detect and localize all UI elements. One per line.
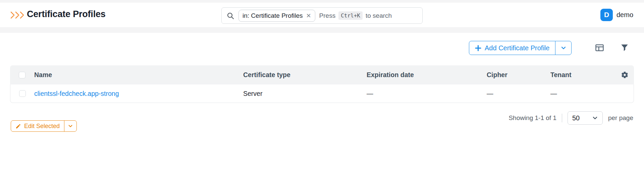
profile-name-link[interactable]: clientssl-fedcheck.app-strong <box>34 90 119 97</box>
row-select-cell <box>10 90 34 97</box>
triple-chevron-logo-icon <box>10 11 25 20</box>
cell-expiration-date: — <box>367 90 487 98</box>
certificate-profiles-table: Name Certificate type Expiration date Ci… <box>10 65 634 103</box>
select-all-checkbox[interactable] <box>19 72 25 78</box>
add-certificate-profile-action[interactable]: Add Certificate Profile <box>469 41 555 55</box>
add-certificate-profile-label: Add Certificate Profile <box>485 44 549 52</box>
pagination-divider <box>562 114 562 122</box>
per-page-label: per page <box>608 114 633 122</box>
user-menu[interactable]: D demo <box>600 8 633 22</box>
plus-icon <box>475 45 481 51</box>
table-row: clientssl-fedcheck.app-strong Server — —… <box>10 84 634 103</box>
ctrl-k-shortcut-badge: Ctrl+K <box>338 11 363 20</box>
search-scope-chip[interactable]: in: Certificate Profiles ✕ <box>238 10 315 22</box>
column-settings-button[interactable] <box>621 71 634 79</box>
filter-button[interactable] <box>620 43 629 52</box>
select-all-cell <box>10 72 34 78</box>
filter-funnel-icon <box>620 43 629 52</box>
table-header-row: Name Certificate type Expiration date Ci… <box>10 65 634 84</box>
search-hint: Press Ctrl+K to search <box>319 11 392 20</box>
column-header-tenant: Tenant <box>550 71 621 79</box>
cell-cipher: — <box>487 90 550 98</box>
avatar[interactable]: D <box>600 9 613 21</box>
column-header-certificate-type: Certificate type <box>243 71 367 79</box>
add-certificate-profile-button: Add Certificate Profile <box>469 41 572 55</box>
column-header-expiration-date: Expiration date <box>367 71 487 79</box>
chevron-down-icon <box>560 45 567 51</box>
add-button-dropdown-toggle[interactable] <box>555 41 571 55</box>
cell-tenant: — <box>550 90 621 98</box>
cell-certificate-type: Server <box>243 90 367 98</box>
edit-selected-label: Edit Selected <box>24 123 60 130</box>
page-size-select[interactable]: 50 <box>568 111 603 125</box>
edit-button-dropdown-toggle[interactable] <box>64 121 76 131</box>
search-scope-chip-label: in: Certificate Profiles <box>243 12 303 19</box>
chip-remove-icon[interactable]: ✕ <box>306 13 311 19</box>
chevron-down-icon <box>68 123 73 129</box>
pagination: Showing 1-1 of 1 50 per page <box>508 111 633 125</box>
search-hint-prefix: Press <box>319 12 336 19</box>
search-icon <box>226 12 234 20</box>
user-name: demo <box>616 11 633 19</box>
table-layout-button[interactable] <box>595 43 604 52</box>
row-checkbox[interactable] <box>19 90 26 97</box>
page-size-value: 50 <box>572 114 580 122</box>
table-layout-icon <box>595 43 604 52</box>
edit-selected-action[interactable]: Edit Selected <box>11 121 64 131</box>
column-header-name: Name <box>34 71 243 79</box>
showing-range-text: Showing 1-1 of 1 <box>508 114 556 122</box>
cell-name: clientssl-fedcheck.app-strong <box>34 90 243 98</box>
pencil-icon <box>15 123 21 129</box>
chevron-down-icon <box>592 115 598 121</box>
gear-icon <box>621 71 629 79</box>
global-search-input[interactable]: in: Certificate Profiles ✕ Press Ctrl+K … <box>221 7 423 24</box>
search-hint-suffix: to search <box>366 12 392 19</box>
sidebar-expand-toggle[interactable] <box>10 11 25 20</box>
edit-selected-button: Edit Selected <box>11 120 77 132</box>
column-header-cipher: Cipher <box>487 71 550 79</box>
main-content: Add Certificate Profile <box>0 33 644 176</box>
page-title: Certificate Profiles <box>27 9 106 19</box>
app-header: Certificate Profiles in: Certificate Pro… <box>0 3 644 27</box>
